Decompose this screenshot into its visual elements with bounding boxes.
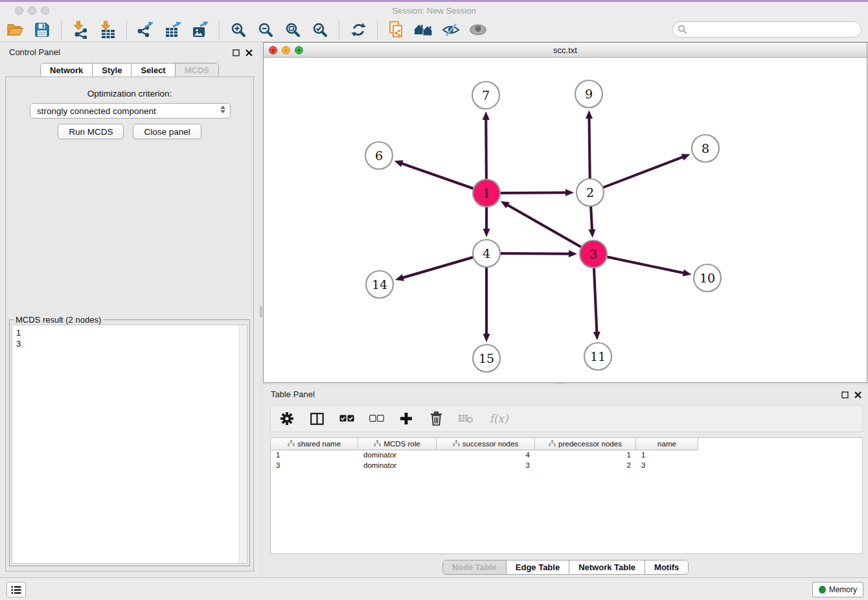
graph-node-label-2: 2 xyxy=(586,185,594,200)
run-mcds-button[interactable]: Run MCDS xyxy=(58,124,124,139)
arrowhead-1-4 xyxy=(483,229,490,237)
network-window: x - + scc.txt 7968124314101511 xyxy=(263,42,867,383)
memory-button[interactable]: Memory xyxy=(812,582,863,597)
tab-edge-table[interactable]: Edge Table xyxy=(506,560,569,574)
arrowhead-3-11 xyxy=(593,332,600,340)
search-field xyxy=(672,21,862,38)
table-cell[interactable]: dominator xyxy=(358,450,437,461)
table-cell[interactable]: 3 xyxy=(271,461,358,471)
deselect-all-checkboxes-icon[interactable] xyxy=(368,410,385,428)
column-header-label: successor nodes xyxy=(463,440,518,448)
toolbar-separator xyxy=(126,20,127,40)
duplicate-page-icon[interactable] xyxy=(387,19,406,40)
search-icon xyxy=(678,25,687,37)
arrowhead-1-7 xyxy=(483,111,490,120)
zoom-fit-icon[interactable] xyxy=(283,19,303,40)
column-header-predecessor-nodes[interactable]: predecessor nodes xyxy=(535,438,636,450)
float-table-panel-icon[interactable] xyxy=(841,389,849,401)
table-body: 1dominator4113dominator323 xyxy=(271,450,862,471)
zoom-out-icon[interactable] xyxy=(256,19,275,40)
window-title: Session: New Session xyxy=(0,6,868,16)
tab-node-table[interactable]: Node Table xyxy=(443,560,506,574)
table-row[interactable]: 1dominator411 xyxy=(271,450,862,461)
column-header-label: name xyxy=(657,440,676,448)
delete-table-icon[interactable] xyxy=(457,410,474,428)
table-header-row: shared nameMCDS rolesuccessor nodesprede… xyxy=(271,438,862,450)
column-header-name[interactable]: name xyxy=(636,438,698,450)
tab-network[interactable]: Network xyxy=(41,63,92,77)
control-panel-tabs: NetworkStyleSelectMCDS xyxy=(40,63,219,78)
mcds-panel: Optimization criterion: strongly connect… xyxy=(5,76,254,571)
column-header-mcds-role[interactable]: MCDS role xyxy=(358,438,437,450)
add-column-icon[interactable] xyxy=(398,410,415,428)
eye-icon[interactable] xyxy=(468,19,488,40)
export-table-icon[interactable] xyxy=(163,19,183,40)
zoom-in-icon[interactable] xyxy=(229,19,248,40)
criterion-selected-value: strongly connected component xyxy=(37,106,156,116)
mcds-result-lines: 1 3 xyxy=(16,327,21,349)
table-cell[interactable]: 1 xyxy=(271,450,358,461)
arrowhead-4-14 xyxy=(395,274,404,281)
arrowhead-2-8 xyxy=(681,154,691,160)
export-network-icon[interactable] xyxy=(136,19,155,40)
delete-column-trash-icon[interactable] xyxy=(428,410,444,428)
tab-style[interactable]: Style xyxy=(92,63,131,77)
tab-network-table[interactable]: Network Table xyxy=(569,560,645,574)
network-title: scc.txt xyxy=(264,45,867,55)
import-network-icon[interactable] xyxy=(71,19,90,40)
control-panel-title: Control Panel xyxy=(9,47,60,57)
settings-gear-icon[interactable] xyxy=(279,410,295,428)
arrowhead-4-15 xyxy=(483,334,490,342)
control-panel: Control Panel NetworkStyleSelectMCDS Opt… xyxy=(0,42,259,577)
import-table-icon[interactable] xyxy=(98,19,117,40)
splitter-grip[interactable] xyxy=(260,306,262,317)
column-header-successor-nodes[interactable]: successor nodes xyxy=(437,438,535,450)
tab-select[interactable]: Select xyxy=(131,63,174,77)
close-panel-icon[interactable] xyxy=(246,47,253,59)
table-cell[interactable]: 1 xyxy=(535,450,636,461)
export-image-icon[interactable] xyxy=(190,19,210,40)
result-scrollbar[interactable] xyxy=(239,325,247,563)
criterion-select[interactable]: strongly connected component xyxy=(30,103,231,119)
close-table-panel-icon[interactable] xyxy=(854,389,862,401)
toolbar-separator xyxy=(377,20,378,40)
eye-slash-icon[interactable] xyxy=(441,19,461,40)
open-folder-icon[interactable] xyxy=(5,19,25,40)
toolbar-separator xyxy=(339,20,339,40)
table-panel-title: Table Panel xyxy=(271,389,315,399)
table-cell[interactable]: 1 xyxy=(636,450,698,461)
table-cell[interactable]: 3 xyxy=(636,461,698,471)
save-session-icon[interactable] xyxy=(32,19,52,40)
network-titlebar: x - + scc.txt xyxy=(264,43,867,58)
tab-mcds[interactable]: MCDS xyxy=(175,63,218,77)
table-row[interactable]: 3dominator323 xyxy=(271,461,862,471)
table-cell[interactable]: 2 xyxy=(535,461,636,471)
function-builder-icon[interactable]: f(x) xyxy=(487,410,510,428)
mcds-result-fieldset: MCDS result (2 nodes) 1 3 xyxy=(9,319,250,566)
mcds-result-textarea[interactable]: 1 3 xyxy=(12,325,247,564)
float-panel-icon[interactable] xyxy=(233,47,240,59)
task-history-button[interactable] xyxy=(6,582,26,597)
zoom-selected-icon[interactable] xyxy=(310,19,330,40)
tab-motifs[interactable]: Motifs xyxy=(645,560,688,574)
arrowhead-2-9 xyxy=(586,110,593,119)
edge-3-1[interactable] xyxy=(506,204,593,254)
network-canvas[interactable]: 7968124314101511 xyxy=(264,58,867,382)
table-cell[interactable]: 4 xyxy=(437,450,535,461)
arrowhead-2-3 xyxy=(589,229,596,238)
table-cell[interactable]: 3 xyxy=(437,461,535,471)
select-all-checkboxes-icon[interactable] xyxy=(338,410,355,428)
arrowhead-1-6 xyxy=(394,160,404,167)
graph-node-label-6: 6 xyxy=(375,148,383,163)
split-columns-icon[interactable] xyxy=(308,410,325,428)
houses-icon[interactable] xyxy=(414,19,433,40)
column-header-shared-name[interactable]: shared name xyxy=(271,438,358,450)
edge-2-8[interactable] xyxy=(590,156,685,192)
table-panel: Table Panel xyxy=(263,384,868,577)
close-panel-button[interactable]: Close panel xyxy=(133,124,201,139)
graph-node-label-11: 11 xyxy=(590,349,606,363)
search-input[interactable] xyxy=(672,21,862,38)
fx-label: f(x) xyxy=(489,412,508,425)
refresh-icon[interactable] xyxy=(348,19,368,40)
table-cell[interactable]: dominator xyxy=(358,461,437,471)
